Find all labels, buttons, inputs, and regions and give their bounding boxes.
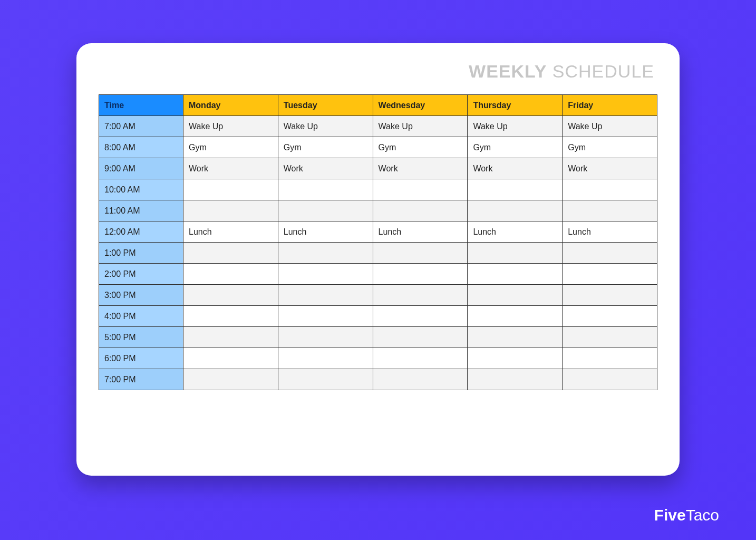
data-cell: Wake Up	[278, 116, 373, 137]
data-cell	[373, 200, 468, 221]
data-cell	[278, 306, 373, 327]
time-header: Time	[99, 95, 183, 116]
table-row: 7:00 AMWake UpWake UpWake UpWake UpWake …	[99, 116, 657, 137]
table-row: 8:00 AMGymGymGymGymGym	[99, 137, 657, 158]
data-cell: Wake Up	[468, 116, 563, 137]
table-row: 1:00 PM	[99, 243, 657, 264]
time-cell: 11:00 AM	[99, 200, 183, 221]
time-cell: 2:00 PM	[99, 264, 183, 285]
time-cell: 6:00 PM	[99, 348, 183, 369]
brand-five: Five	[654, 506, 686, 524]
page-title: WEEKLY SCHEDULE	[99, 61, 657, 82]
data-cell	[468, 285, 563, 306]
title-light: SCHEDULE	[547, 61, 654, 81]
data-cell	[183, 348, 278, 369]
day-header-thursday: Thursday	[468, 95, 563, 116]
data-cell	[278, 200, 373, 221]
time-cell: 8:00 AM	[99, 137, 183, 158]
time-cell: 10:00 AM	[99, 179, 183, 200]
data-cell	[278, 285, 373, 306]
data-cell	[373, 179, 468, 200]
data-cell	[468, 243, 563, 264]
time-cell: 7:00 PM	[99, 369, 183, 390]
data-cell: Wake Up	[183, 116, 278, 137]
day-header-tuesday: Tuesday	[278, 95, 373, 116]
table-row: 11:00 AM	[99, 200, 657, 221]
table-row: 4:00 PM	[99, 306, 657, 327]
data-cell: Work	[468, 158, 563, 179]
data-cell	[278, 369, 373, 390]
data-cell: Work	[278, 158, 373, 179]
schedule-card: WEEKLY SCHEDULE Time Monday Tuesday Wedn…	[76, 43, 680, 476]
data-cell	[563, 348, 657, 369]
data-cell	[183, 285, 278, 306]
data-cell	[468, 264, 563, 285]
day-header-wednesday: Wednesday	[373, 95, 468, 116]
time-cell: 3:00 PM	[99, 285, 183, 306]
data-cell: Work	[563, 158, 657, 179]
data-cell: Gym	[468, 137, 563, 158]
data-cell: Lunch	[183, 221, 278, 243]
title-bold: WEEKLY	[469, 61, 547, 81]
data-cell	[278, 243, 373, 264]
table-row: 2:00 PM	[99, 264, 657, 285]
table-row: 10:00 AM	[99, 179, 657, 200]
time-cell: 5:00 PM	[99, 327, 183, 348]
data-cell: Lunch	[468, 221, 563, 243]
data-cell	[563, 327, 657, 348]
data-cell	[468, 348, 563, 369]
data-cell: Wake Up	[563, 116, 657, 137]
data-cell	[278, 348, 373, 369]
data-cell: Work	[373, 158, 468, 179]
data-cell: Gym	[183, 137, 278, 158]
table-row: 7:00 PM	[99, 369, 657, 390]
table-row: 12:00 AMLunchLunchLunchLunchLunch	[99, 221, 657, 243]
data-cell	[278, 327, 373, 348]
data-cell	[468, 179, 563, 200]
data-cell	[183, 369, 278, 390]
time-cell: 1:00 PM	[99, 243, 183, 264]
data-cell	[563, 179, 657, 200]
data-cell	[373, 243, 468, 264]
data-cell	[563, 200, 657, 221]
data-cell	[373, 348, 468, 369]
data-cell	[373, 327, 468, 348]
data-cell	[563, 264, 657, 285]
time-cell: 7:00 AM	[99, 116, 183, 137]
day-header-monday: Monday	[183, 95, 278, 116]
data-cell	[373, 306, 468, 327]
data-cell	[183, 243, 278, 264]
data-cell: Gym	[278, 137, 373, 158]
table-header-row: Time Monday Tuesday Wednesday Thursday F…	[99, 95, 657, 116]
data-cell	[183, 264, 278, 285]
table-row: 9:00 AMWorkWorkWorkWorkWork	[99, 158, 657, 179]
data-cell: Gym	[563, 137, 657, 158]
data-cell	[468, 327, 563, 348]
data-cell	[183, 179, 278, 200]
table-row: 6:00 PM	[99, 348, 657, 369]
data-cell	[468, 306, 563, 327]
data-cell	[563, 306, 657, 327]
table-row: 3:00 PM	[99, 285, 657, 306]
data-cell	[183, 306, 278, 327]
time-cell: 12:00 AM	[99, 221, 183, 243]
table-row: 5:00 PM	[99, 327, 657, 348]
data-cell: Lunch	[278, 221, 373, 243]
brand-taco: Taco	[686, 506, 719, 524]
data-cell: Lunch	[563, 221, 657, 243]
data-cell	[373, 285, 468, 306]
data-cell	[278, 264, 373, 285]
data-cell	[563, 369, 657, 390]
schedule-table: Time Monday Tuesday Wednesday Thursday F…	[99, 94, 657, 390]
data-cell	[373, 264, 468, 285]
data-cell: Gym	[373, 137, 468, 158]
table-body: 7:00 AMWake UpWake UpWake UpWake UpWake …	[99, 116, 657, 390]
data-cell	[278, 179, 373, 200]
data-cell	[373, 369, 468, 390]
data-cell	[183, 327, 278, 348]
day-header-friday: Friday	[563, 95, 657, 116]
time-cell: 4:00 PM	[99, 306, 183, 327]
data-cell	[183, 200, 278, 221]
data-cell: Wake Up	[373, 116, 468, 137]
data-cell	[468, 369, 563, 390]
